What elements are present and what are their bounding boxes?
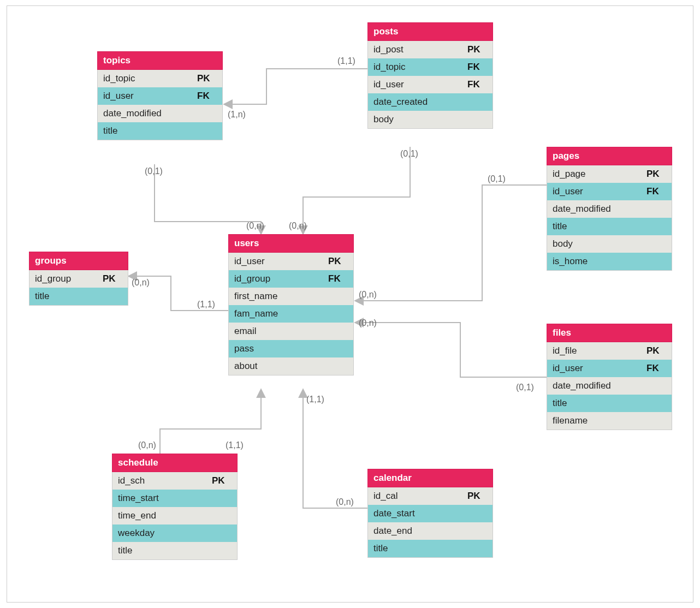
- cardinality-label: (0,n): [138, 440, 156, 450]
- field-key: [467, 522, 493, 540]
- table-users: users id_userPK id_groupFK first_name fa…: [228, 234, 354, 375]
- table-row: date_start: [367, 505, 493, 522]
- table-row: id_groupFK: [228, 270, 354, 288]
- cardinality-label: (0,1): [516, 383, 534, 392]
- field-key: PK: [646, 342, 672, 360]
- table-schedule: schedule id_schPK time_start time_end we…: [112, 454, 238, 560]
- table-row: filename: [547, 412, 672, 430]
- table-header: pages: [547, 147, 672, 165]
- field-key: [646, 377, 672, 395]
- table-row: date_modified: [547, 200, 672, 218]
- field-name: title: [98, 122, 197, 140]
- field-name: date_created: [368, 93, 467, 111]
- table-row: id_schPK: [112, 472, 238, 490]
- field-name: weekday: [112, 524, 212, 542]
- field-key: [328, 323, 353, 340]
- table-row: id_userFK: [367, 76, 493, 93]
- table-row: id_calPK: [367, 487, 493, 505]
- table-row: id_userFK: [547, 183, 672, 200]
- table-row: id_topicPK: [97, 70, 223, 87]
- table-row: body: [547, 235, 672, 253]
- field-name: filename: [547, 412, 646, 430]
- field-key: [103, 288, 128, 305]
- field-name: pass: [229, 340, 328, 357]
- field-key: FK: [328, 270, 353, 288]
- table-row: email: [228, 323, 354, 340]
- field-key: PK: [103, 270, 128, 288]
- cardinality-label: (0,1): [488, 174, 506, 184]
- table-row: first_name: [228, 288, 354, 305]
- field-name: id_user: [547, 183, 646, 200]
- field-name: title: [112, 542, 212, 559]
- table-row: time_start: [112, 490, 238, 507]
- field-name: id_file: [547, 342, 646, 360]
- field-name: id_topic: [98, 70, 197, 87]
- field-key: PK: [212, 472, 237, 490]
- field-key: [467, 540, 493, 557]
- field-name: id_page: [547, 165, 646, 183]
- table-row: title: [97, 122, 223, 140]
- cardinality-label: (0,n): [289, 221, 307, 231]
- field-name: id_group: [229, 270, 328, 288]
- field-name: date_modified: [547, 200, 646, 218]
- field-key: FK: [467, 76, 493, 93]
- table-header: topics: [97, 51, 223, 70]
- table-files: files id_filePK id_userFK date_modified …: [547, 324, 672, 430]
- field-key: [646, 235, 672, 253]
- table-row: id_userFK: [97, 87, 223, 105]
- table-row: is_home: [547, 253, 672, 271]
- cardinality-label: (0,n): [336, 497, 354, 507]
- field-name: title: [368, 540, 467, 557]
- table-posts: posts id_postPK id_topicFK id_userFK dat…: [367, 22, 493, 129]
- field-key: [197, 105, 222, 122]
- table-row: about: [228, 357, 354, 375]
- field-name: id_user: [98, 87, 197, 105]
- cardinality-label: (0,n): [246, 221, 264, 231]
- table-row: title: [29, 288, 128, 306]
- field-name: is_home: [547, 253, 646, 270]
- cardinality-label: (0,n): [359, 290, 377, 300]
- field-name: body: [547, 235, 646, 253]
- field-key: [467, 505, 493, 522]
- cardinality-label: (1,n): [228, 110, 246, 120]
- table-row: title: [547, 395, 672, 412]
- field-key: [212, 490, 237, 507]
- field-name: title: [29, 288, 103, 305]
- table-row: id_filePK: [547, 342, 672, 360]
- table-calendar: calendar id_calPK date_start date_end ti…: [367, 469, 493, 558]
- field-key: PK: [646, 165, 672, 183]
- field-name: date_start: [368, 505, 467, 522]
- cardinality-label: (0,1): [400, 149, 418, 159]
- table-row: fam_name: [228, 305, 354, 323]
- field-key: [467, 111, 493, 128]
- cardinality-label: (1,1): [197, 300, 215, 309]
- table-row: weekday: [112, 524, 238, 542]
- field-name: date_modified: [547, 377, 646, 395]
- field-key: [328, 357, 353, 375]
- table-row: id_groupPK: [29, 270, 128, 288]
- table-row: title: [547, 218, 672, 235]
- cardinality-label: (1,1): [337, 56, 355, 66]
- field-name: id_user: [368, 76, 467, 93]
- cardinality-label: (0,n): [132, 278, 150, 288]
- field-key: [328, 305, 353, 323]
- field-key: FK: [197, 87, 222, 105]
- table-groups: groups id_groupPK title: [29, 252, 128, 306]
- table-row: pass: [228, 340, 354, 357]
- field-key: [328, 288, 353, 305]
- table-header: calendar: [367, 469, 493, 487]
- table-row: date_created: [367, 93, 493, 111]
- field-key: [646, 412, 672, 430]
- table-row: id_userFK: [547, 360, 672, 377]
- table-row: title: [112, 542, 238, 560]
- field-key: FK: [467, 58, 493, 76]
- field-key: FK: [646, 183, 672, 200]
- field-name: id_user: [229, 253, 328, 270]
- field-key: [212, 542, 237, 559]
- field-name: time_end: [112, 507, 212, 524]
- field-name: title: [547, 395, 646, 412]
- table-header: groups: [29, 252, 128, 270]
- field-name: id_sch: [112, 472, 212, 490]
- table-header: users: [228, 234, 354, 253]
- field-name: time_start: [112, 490, 212, 507]
